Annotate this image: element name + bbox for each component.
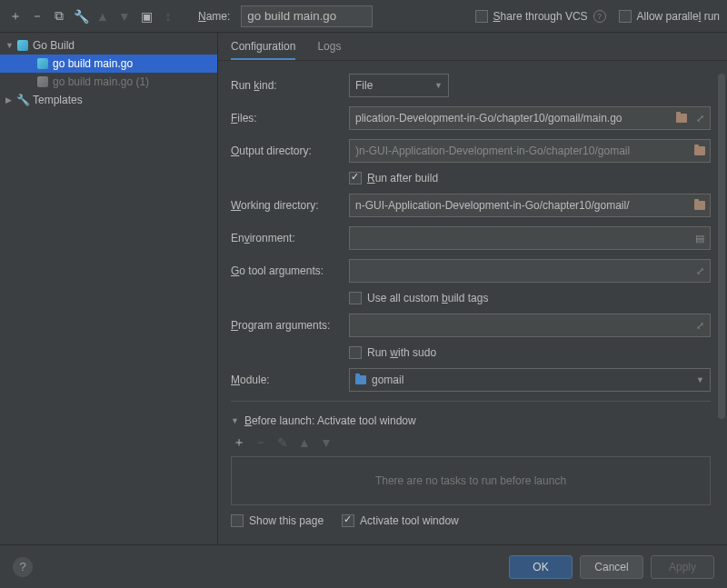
move-down-icon: ▼ — [116, 8, 133, 25]
files-label: Files: — [231, 112, 349, 125]
output-dir-input[interactable] — [349, 139, 711, 163]
wrench-icon: 🔧 — [16, 94, 29, 106]
folder-icon[interactable] — [674, 111, 689, 125]
copy-icon[interactable]: ⧉ — [51, 8, 67, 25]
cancel-button[interactable]: Cancel — [580, 555, 643, 579]
before-launch-toolbar: ＋ － ✎ ▲ ▼ — [231, 434, 711, 451]
tree-item-config-2[interactable]: go build main.go (1) — [0, 73, 217, 91]
module-select[interactable]: gomail ▼ — [349, 368, 711, 392]
list-icon[interactable]: ▤ — [692, 231, 707, 245]
show-this-page-checkbox[interactable]: Show this page — [231, 514, 324, 527]
activate-tool-window-label: Activate tool window — [360, 514, 459, 527]
checkbox-icon — [231, 514, 244, 527]
checkbox-icon — [349, 292, 362, 304]
add-icon[interactable]: ＋ — [231, 434, 247, 451]
checkbox-checked-icon — [342, 514, 354, 527]
expand-icon[interactable]: ⤢ — [692, 111, 707, 125]
run-with-sudo-checkbox[interactable]: Run with sudo — [349, 346, 711, 359]
run-after-build-label: Run after build — [367, 172, 438, 184]
show-this-page-label: Show this page — [249, 514, 324, 527]
use-custom-tags-checkbox[interactable]: Use all custom build tags — [349, 292, 711, 304]
save-icon[interactable]: ▣ — [138, 8, 154, 25]
checkbox-icon — [475, 10, 488, 23]
module-value: gomail — [372, 374, 403, 386]
program-args-input[interactable] — [349, 314, 711, 337]
environment-input[interactable] — [349, 226, 711, 250]
config-panel: Configuration Logs Run kind: File ▼ File… — [218, 33, 727, 544]
before-launch-tasks-empty: There are no tasks to run before launch — [231, 456, 711, 505]
move-up-icon: ▲ — [296, 434, 313, 451]
working-dir-input[interactable] — [349, 194, 711, 217]
output-dir-label: Output directory: — [231, 145, 349, 157]
before-launch-header[interactable]: ▼ Before launch: Activate tool window — [231, 414, 711, 427]
name-input[interactable] — [241, 5, 373, 27]
go-icon — [36, 57, 49, 70]
ok-button[interactable]: OK — [509, 555, 573, 579]
run-kind-select[interactable]: File ▼ — [349, 74, 449, 97]
move-down-icon: ▼ — [318, 434, 334, 451]
name-label: Name: — [198, 10, 230, 23]
chevron-right-icon — [5, 95, 13, 105]
share-vcs-label: Share through VCS — [493, 10, 588, 23]
tab-logs[interactable]: Logs — [317, 40, 341, 60]
run-kind-value: File — [355, 79, 373, 92]
main-split: Go Build go build main.go go build main.… — [0, 33, 727, 544]
config-tree: Go Build go build main.go go build main.… — [0, 33, 218, 544]
folder-icon[interactable] — [692, 144, 707, 158]
config-toolbar: ＋ － ⧉ 🔧 ▲ ▼ ▣ ↕ — [7, 8, 176, 25]
tree-group-go-build[interactable]: Go Build — [0, 36, 217, 55]
chevron-down-icon: ▼ — [231, 416, 239, 425]
run-kind-label: Run kind: — [231, 79, 349, 92]
module-icon — [355, 375, 366, 384]
run-after-build-checkbox[interactable]: Run after build — [349, 172, 711, 184]
divider — [231, 401, 711, 402]
tab-configuration[interactable]: Configuration — [231, 40, 295, 60]
checkbox-checked-icon — [349, 172, 362, 184]
parallel-run-label: Allow parallel run — [637, 10, 720, 23]
add-icon[interactable]: ＋ — [7, 8, 24, 25]
chevron-down-icon: ▼ — [434, 81, 443, 90]
remove-icon[interactable]: － — [29, 8, 45, 25]
go-tool-args-label: Go tool arguments: — [231, 264, 349, 277]
before-launch-title: Before launch: Activate tool window — [244, 414, 416, 427]
share-vcs-checkbox[interactable]: Share through VCS ? — [475, 10, 606, 23]
environment-label: Environment: — [231, 232, 349, 244]
help-icon[interactable]: ? — [593, 10, 606, 23]
go-tool-args-input[interactable] — [349, 259, 711, 283]
apply-button: Apply — [651, 555, 714, 579]
checkbox-icon — [619, 10, 632, 23]
chevron-down-icon: ▼ — [696, 375, 704, 384]
working-dir-label: Working directory: — [231, 199, 349, 212]
run-with-sudo-label: Run with sudo — [367, 346, 436, 359]
tree-item-config-1[interactable]: go build main.go — [0, 55, 217, 73]
scrollbar[interactable] — [718, 74, 725, 419]
checkbox-icon — [349, 346, 362, 359]
bottom-bar: ? OK Cancel Apply — [0, 544, 727, 588]
tabs: Configuration Logs — [218, 33, 727, 61]
activate-tool-window-checkbox[interactable]: Activate tool window — [342, 514, 459, 527]
tree-label: Go Build — [33, 39, 75, 52]
tree-label: go build main.go — [53, 57, 133, 70]
folder-icon[interactable] — [692, 198, 707, 213]
edit-icon: ✎ — [274, 434, 291, 451]
chevron-down-icon — [5, 41, 13, 50]
top-right-options: Share through VCS ? Allow parallel run — [475, 10, 720, 23]
tree-label: Templates — [33, 94, 83, 106]
tree-label: go build main.go (1) — [53, 75, 149, 88]
help-button[interactable]: ? — [13, 557, 33, 577]
expand-icon[interactable]: ⤢ — [692, 318, 707, 333]
settings-wrench-icon[interactable]: 🔧 — [73, 8, 89, 25]
tree-group-templates[interactable]: 🔧 Templates — [0, 91, 217, 109]
parallel-run-checkbox[interactable]: Allow parallel run — [619, 10, 720, 23]
form-area: Run kind: File ▼ Files: ⤢ Output directo — [218, 61, 727, 544]
go-icon — [36, 75, 49, 88]
files-input[interactable] — [349, 106, 711, 130]
top-toolbar: ＋ － ⧉ 🔧 ▲ ▼ ▣ ↕ Name: Share through VCS … — [0, 0, 727, 33]
program-args-label: Program arguments: — [231, 319, 349, 332]
expand-icon[interactable]: ⤢ — [692, 264, 707, 278]
use-custom-tags-label: Use all custom build tags — [367, 292, 488, 304]
go-icon — [16, 39, 29, 52]
move-up-icon: ▲ — [95, 8, 111, 25]
remove-icon: － — [253, 434, 269, 451]
sort-icon: ↕ — [160, 8, 176, 25]
